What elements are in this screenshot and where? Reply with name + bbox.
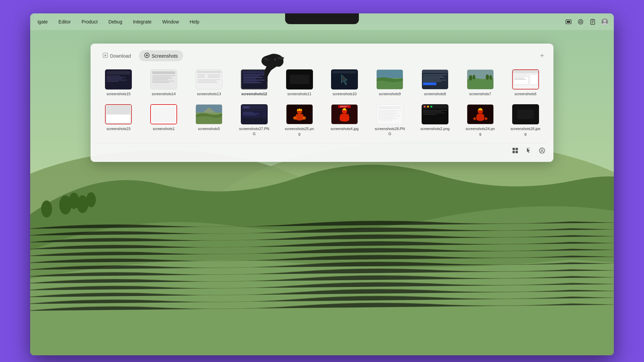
file-name: screenshots8 bbox=[424, 92, 446, 96]
svg-rect-131 bbox=[423, 111, 441, 112]
pointer-icon[interactable] bbox=[524, 146, 533, 155]
file-item[interactable]: screenshots14 bbox=[143, 68, 185, 98]
file-item[interactable]: screenshots13 bbox=[188, 68, 230, 98]
svg-rect-103 bbox=[243, 112, 253, 113]
menu-help[interactable]: Help bbox=[188, 18, 202, 26]
tab-screenshots-label: Screenshots bbox=[152, 53, 178, 59]
user-account-icon[interactable] bbox=[537, 146, 547, 155]
svg-rect-71 bbox=[423, 77, 445, 78]
file-grid-row2: screenshots23 screenshots1 bbox=[97, 103, 547, 137]
svg-point-109 bbox=[303, 116, 306, 120]
file-item[interactable]: screenshots10 bbox=[323, 68, 366, 98]
svg-rect-28 bbox=[107, 78, 122, 79]
svg-rect-30 bbox=[107, 81, 118, 82]
file-item[interactable]: screenshots23 bbox=[97, 103, 140, 137]
file-name: screenshots7 bbox=[469, 92, 491, 96]
svg-marker-144 bbox=[527, 148, 530, 153]
file-name: screenshots26.jpeg bbox=[511, 126, 541, 136]
svg-rect-86 bbox=[514, 75, 528, 77]
file-item[interactable]: screenshots28.PNG bbox=[369, 103, 411, 137]
svg-rect-62 bbox=[332, 71, 357, 73]
file-item[interactable]: screenshots8 bbox=[414, 68, 457, 98]
svg-rect-68 bbox=[422, 70, 448, 73]
svg-rect-116 bbox=[378, 106, 401, 109]
menu-navigate[interactable]: igate bbox=[36, 18, 50, 26]
svg-rect-27 bbox=[107, 77, 125, 78]
svg-point-108 bbox=[293, 116, 297, 120]
file-item[interactable]: screenshots11 bbox=[278, 68, 321, 98]
add-tab-button[interactable]: + bbox=[537, 51, 547, 61]
svg-rect-94 bbox=[153, 107, 175, 122]
file-item[interactable]: screenshots27.PNG bbox=[233, 103, 275, 137]
file-name: screenshots25.png bbox=[284, 126, 315, 136]
avatar-icon[interactable] bbox=[601, 18, 608, 25]
menu-bar-right bbox=[565, 18, 608, 25]
svg-rect-142 bbox=[513, 151, 515, 153]
tab-download-label: Download bbox=[110, 53, 131, 59]
file-item[interactable]: screenshots4.jpg bbox=[323, 103, 366, 137]
file-item[interactable]: screenshots9 bbox=[369, 68, 411, 98]
svg-rect-56 bbox=[243, 80, 264, 80]
svg-rect-9 bbox=[567, 21, 570, 23]
file-name: screenshots9 bbox=[379, 92, 400, 96]
svg-rect-53 bbox=[243, 76, 260, 76]
svg-rect-52 bbox=[243, 74, 265, 75]
svg-rect-51 bbox=[243, 71, 266, 74]
svg-point-128 bbox=[427, 106, 429, 108]
file-item[interactable]: screenshots12 bbox=[233, 68, 275, 98]
svg-rect-99 bbox=[243, 106, 250, 108]
file-item[interactable]: screenshots6 bbox=[504, 68, 547, 98]
svg-rect-126 bbox=[422, 105, 448, 109]
file-name: screenshots23 bbox=[107, 126, 131, 131]
camera-icon[interactable] bbox=[577, 18, 584, 25]
menu-product[interactable]: Product bbox=[79, 18, 100, 26]
tab-download[interactable]: Download bbox=[97, 50, 136, 61]
grid-view-icon[interactable] bbox=[511, 146, 520, 155]
file-name: screenshots27.PNG bbox=[239, 126, 269, 136]
svg-point-127 bbox=[424, 106, 426, 108]
file-item[interactable]: screenshots7 bbox=[459, 68, 501, 98]
svg-rect-85 bbox=[530, 74, 537, 84]
bottom-toolbar bbox=[97, 143, 547, 155]
menu-editor[interactable]: Editor bbox=[56, 18, 73, 26]
file-item[interactable]: screenshots1 bbox=[143, 103, 185, 137]
svg-rect-69 bbox=[423, 74, 447, 75]
svg-point-18 bbox=[603, 19, 606, 22]
file-item[interactable]: screenshots25.png bbox=[278, 103, 321, 137]
svg-rect-92 bbox=[107, 115, 130, 123]
svg-rect-91 bbox=[119, 106, 130, 114]
svg-rect-72 bbox=[423, 78, 440, 79]
svg-rect-58 bbox=[243, 82, 261, 83]
file-name: screenshots28.PNG bbox=[375, 126, 405, 136]
file-name: screenshots6 bbox=[515, 92, 536, 96]
clipboard-icon[interactable] bbox=[589, 18, 596, 25]
file-browser-panel: Download Screenshots + bbox=[91, 44, 553, 162]
svg-rect-105 bbox=[243, 115, 256, 115]
svg-rect-100 bbox=[242, 110, 266, 111]
svg-point-136 bbox=[473, 117, 476, 120]
menu-debug[interactable]: Debug bbox=[106, 18, 124, 26]
svg-rect-140 bbox=[513, 148, 515, 150]
file-name: screenshots14 bbox=[152, 92, 176, 96]
svg-point-80 bbox=[486, 74, 489, 80]
svg-point-6 bbox=[86, 192, 96, 207]
svg-point-78 bbox=[469, 75, 472, 80]
file-item[interactable]: screenshots15 bbox=[97, 68, 140, 98]
menu-integrate[interactable]: Integrate bbox=[131, 18, 153, 26]
screenshots-tab-icon bbox=[144, 53, 150, 59]
file-item[interactable]: screenshots2.png bbox=[414, 103, 457, 137]
svg-rect-29 bbox=[107, 80, 127, 80]
svg-rect-73 bbox=[423, 80, 446, 80]
file-item[interactable]: screenshots26.jpeg bbox=[504, 103, 547, 137]
screen-record-icon[interactable] bbox=[565, 18, 572, 25]
file-name: screenshots1 bbox=[153, 126, 174, 131]
file-item[interactable]: screenshots5 bbox=[188, 103, 230, 137]
file-item[interactable]: screenshots24.png bbox=[459, 103, 501, 137]
svg-rect-102 bbox=[261, 111, 266, 118]
tab-screenshots[interactable]: Screenshots bbox=[139, 50, 183, 61]
svg-rect-40 bbox=[197, 71, 221, 73]
svg-rect-75 bbox=[423, 82, 436, 85]
svg-point-79 bbox=[473, 75, 475, 79]
menu-window[interactable]: Window bbox=[160, 18, 181, 26]
svg-point-10 bbox=[578, 19, 583, 24]
